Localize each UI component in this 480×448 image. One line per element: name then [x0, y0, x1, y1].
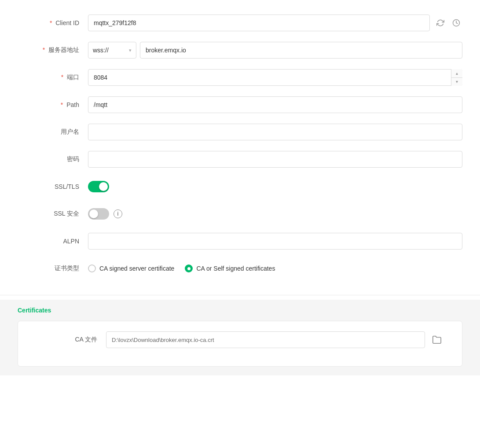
protocol-select[interactable]: wss:// ▾	[88, 42, 136, 59]
username-input[interactable]	[88, 124, 462, 140]
client-id-label: * Client ID	[18, 19, 88, 26]
ssl-tls-label: SSL/TLS	[18, 183, 88, 190]
cert-option-2-label: CA or Self signed certificates	[196, 265, 275, 272]
ssl-security-info-icon[interactable]: i	[114, 209, 122, 218]
server-addr-label: * 服务器地址	[18, 46, 88, 54]
ssl-security-toggle[interactable]	[88, 208, 109, 220]
alpn-label: ALPN	[18, 238, 88, 245]
port-label: * 端口	[18, 73, 88, 81]
username-label: 用户名	[18, 128, 88, 136]
port-input[interactable]	[88, 69, 462, 86]
certificates-card: CA 文件	[18, 321, 462, 367]
cert-option-1-label: CA signed server certificate	[99, 265, 174, 272]
ca-file-browse-button[interactable]	[429, 332, 444, 347]
ssl-tls-toggle[interactable]	[88, 181, 109, 192]
ca-file-input[interactable]	[106, 331, 425, 348]
cert-type-radio-group: CA signed server certificate CA or Self …	[88, 264, 275, 272]
cert-option-2-radio[interactable]	[185, 264, 193, 272]
password-input[interactable]	[88, 151, 462, 168]
cert-option-2[interactable]: CA or Self signed certificates	[185, 264, 275, 272]
cert-option-1-radio[interactable]	[88, 264, 96, 272]
ssl-security-label: SSL 安全	[18, 210, 88, 218]
path-input[interactable]	[88, 96, 462, 113]
server-host-input[interactable]	[140, 42, 462, 59]
password-label: 密码	[18, 155, 88, 163]
ca-file-label: CA 文件	[36, 336, 106, 344]
history-icon[interactable]	[450, 17, 462, 29]
port-decrement-btn[interactable]: ▾	[451, 78, 462, 86]
refresh-icon[interactable]	[434, 17, 447, 29]
client-id-input[interactable]	[88, 15, 430, 31]
certificates-section-title: Certificates	[18, 307, 462, 314]
alpn-input[interactable]	[88, 233, 462, 250]
cert-option-1[interactable]: CA signed server certificate	[88, 264, 174, 272]
cert-type-label: 证书类型	[18, 264, 88, 272]
path-label: * Path	[18, 101, 88, 108]
port-increment-btn[interactable]: ▴	[451, 69, 462, 78]
required-star: *	[50, 19, 52, 26]
